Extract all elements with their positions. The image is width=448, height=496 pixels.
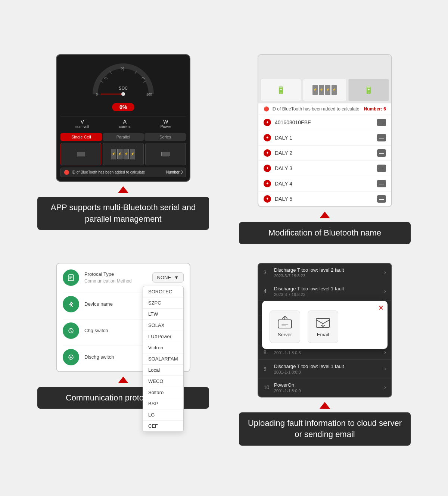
server-button[interactable]: Server — [270, 311, 300, 343]
fault-content-9: Discharge T too low: level 1 fault 2001-… — [274, 364, 384, 374]
bt-item-name-1: DALY 1 — [275, 135, 377, 141]
dropdown-ltw[interactable]: LTW — [143, 309, 183, 320]
fault-arrow-4: › — [384, 288, 386, 294]
tab-series[interactable]: Series — [144, 133, 186, 141]
main-grid: 25 75 50 0 100 SOC 0% V sum volt — [22, 43, 426, 453]
dropdown-local[interactable]: Local — [143, 365, 183, 376]
arrow-cell1 — [118, 186, 128, 193]
metric-current: A current — [119, 119, 131, 129]
soc-value: 0% — [112, 103, 134, 111]
comm-screen: Protocal Type Communication Method NONE … — [56, 263, 190, 372]
bt-item-name-4: DALY 4 — [275, 181, 377, 187]
modal-close-button[interactable]: ✕ — [378, 304, 384, 312]
arrow-cell4 — [320, 402, 330, 409]
bt-item-name-2: DALY 2 — [275, 150, 377, 156]
fault-date-9: 2001-1-1 8:0:3 — [274, 370, 384, 374]
power-icon: W — [163, 119, 168, 125]
bat-stacked-parallel: ⚡ ⚡ ⚡ ⚡ — [111, 149, 135, 159]
fault-content-10: PowerOn 2001-1-1 8:0:0 — [274, 382, 384, 393]
bt-item-name-0: 401608010FBF — [275, 119, 377, 125]
bat-card-parallel: ⚡ ⚡ ⚡ ⚡ — [103, 143, 143, 165]
dropdown-cef[interactable]: CEF — [143, 421, 183, 431]
email-button[interactable]: Email — [308, 311, 338, 343]
bt-minus-1[interactable]: — — [377, 134, 386, 141]
bt-minus-2[interactable]: — — [377, 149, 386, 157]
volt-icon: V — [81, 119, 84, 125]
list-item-5: ✦ DALY 5 — — [258, 191, 391, 206]
comm-icon-document — [63, 269, 79, 286]
bt-header-img: 🔋 ⚡ ⚡ ⚡ ⚡ 🔋 — [258, 55, 391, 103]
dropdown-solax[interactable]: SOLAX — [143, 320, 183, 331]
cell-bt-name: 🔋 ⚡ ⚡ ⚡ ⚡ 🔋 🔴 ID of BlueTooth has be — [224, 43, 426, 252]
bat-card-series — [145, 143, 186, 165]
fault-date-10: 2001-1-1 8:0:0 — [274, 389, 384, 393]
dropdown-soalarfam[interactable]: SOALARFAM — [143, 353, 183, 365]
fault-screen: 3 Discharge T too low: level 2 fault 202… — [258, 263, 392, 397]
protocol-dropdown[interactable]: NONE ▼ — [152, 272, 184, 283]
dropdown-victron[interactable]: Victron — [143, 342, 183, 353]
fault-title-3: Discharge T too low: level 2 fault — [274, 267, 384, 273]
fault-arrow-9: › — [384, 365, 386, 372]
tab-parallel[interactable]: Parallel — [103, 133, 144, 141]
bt-screen: 🔋 ⚡ ⚡ ⚡ ⚡ 🔋 🔴 ID of BlueTooth has be — [258, 54, 392, 207]
bt-bar: 🔴 ID of BlueTooth has been added to calc… — [60, 168, 186, 177]
dropdown-soltaro[interactable]: Soltaro — [143, 387, 183, 398]
dropdown-sorotec[interactable]: SOROTEC — [143, 286, 183, 297]
metric-volt: V sum volt — [75, 119, 89, 129]
bt-number-badge: Number: 6 — [364, 106, 386, 112]
bt-icon: 🔴 — [64, 170, 69, 175]
list-item-2: ✦ DALY 2 — — [258, 146, 391, 161]
dropdown-lg[interactable]: LG — [143, 409, 183, 421]
svg-rect-22 — [278, 320, 292, 328]
svg-point-0 — [95, 66, 151, 102]
arrow-cell3 — [118, 377, 128, 383]
svg-text:SOC: SOC — [119, 86, 128, 90]
power-label: Power — [161, 125, 171, 129]
bt-minus-0[interactable]: — — [377, 119, 386, 126]
bt-mini-card-3: 🔋 — [348, 79, 389, 101]
server-icon — [277, 316, 292, 329]
arrow-cell2 — [320, 212, 330, 218]
dropdown-bsp[interactable]: BSP — [143, 398, 183, 409]
dischg-label: Dischg switch — [84, 354, 114, 360]
bt-mini-card-2: ⚡ ⚡ ⚡ ⚡ — [303, 79, 346, 101]
bt-item-name-5: DALY 5 — [275, 196, 377, 202]
fault-arrow-10: › — [384, 384, 386, 391]
dropdown-weco[interactable]: WECO — [143, 376, 183, 387]
list-item-4: ✦ DALY 4 — — [258, 176, 391, 191]
fault-row-3: 3 Discharge T too low: level 2 fault 202… — [258, 263, 391, 282]
modal-buttons: Server Email — [270, 311, 380, 343]
fault-title-4: Discharge T too low: level 1 fault — [274, 286, 384, 291]
bt-minus-4[interactable]: — — [377, 180, 386, 187]
email-label: Email — [317, 332, 329, 337]
comm-icon-bluetooth — [63, 296, 79, 312]
fault-num-4: 4 — [264, 288, 271, 294]
bt-list-icon-3: ✦ — [264, 165, 271, 172]
dropdown-chevron: ▼ — [174, 275, 179, 280]
fault-title-9: Discharge T too low: level 1 fault — [274, 364, 384, 369]
protocol-value: NONE — [157, 275, 171, 280]
bt-minus-5[interactable]: — — [377, 195, 386, 203]
bt-minus-3[interactable]: — — [377, 165, 386, 172]
caption-cell4: Uploading fault information to cloud ser… — [239, 412, 411, 446]
dropdown-luxpower[interactable]: LUXPower — [143, 331, 183, 342]
chg-label: Chg switch — [84, 328, 108, 333]
email-icon — [315, 316, 330, 329]
tabs-row: Single Cell Parallel Series — [60, 133, 186, 141]
bat-item-2: ⚡ — [117, 149, 122, 159]
server-label: Server — [278, 332, 292, 337]
bat-item-4: ⚡ — [130, 149, 135, 159]
bt-header-bar: 🔴 ID of BlueTooth has been added to calc… — [258, 103, 391, 115]
dropdown-szpc[interactable]: SZPC — [143, 297, 183, 309]
bt-mini-cards: 🔋 ⚡ ⚡ ⚡ ⚡ 🔋 — [261, 79, 389, 101]
fault-modal-container: 5 PowerOn › 6 › ✕ — [258, 301, 391, 330]
caption-cell2: Modification of Bluetooth name — [239, 222, 411, 244]
bt-list-icon-5: ✦ — [264, 195, 271, 203]
fault-num-9: 9 — [264, 366, 271, 372]
upload-modal: ✕ Server — [262, 301, 388, 349]
comm-icon-chg — [63, 322, 79, 339]
fault-title-10: PowerOn — [274, 382, 384, 388]
battery-cards: ⚡ ⚡ ⚡ ⚡ — [60, 143, 186, 165]
tab-single-cell[interactable]: Single Cell — [60, 133, 102, 141]
fault-arrow-3: › — [384, 269, 386, 276]
